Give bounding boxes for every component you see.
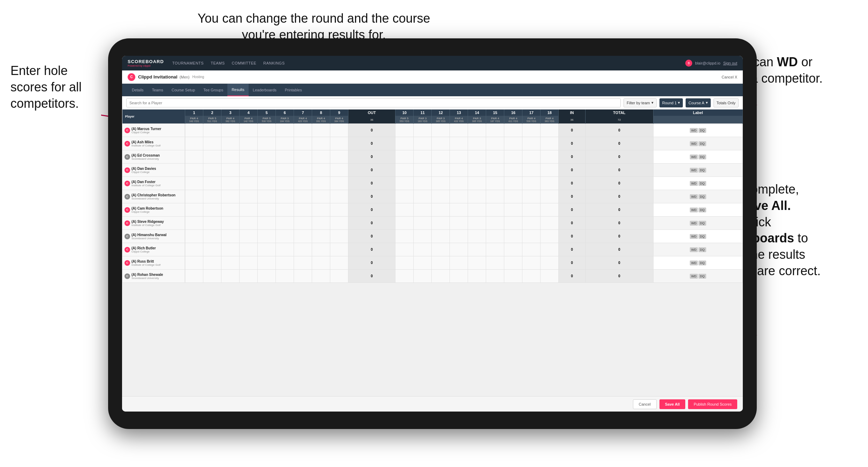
- score-input-hole-16[interactable]: [504, 203, 522, 217]
- score-input-hole-3[interactable]: [221, 150, 240, 164]
- score-input-hole-2[interactable]: [203, 243, 221, 256]
- tab-leaderboards[interactable]: Leaderboards: [249, 84, 281, 96]
- score-input-hole-1[interactable]: [185, 150, 203, 164]
- score-input-hole-1[interactable]: [185, 270, 203, 283]
- dq-button[interactable]: DQ: [699, 128, 706, 133]
- score-input-hole-8[interactable]: [312, 164, 330, 177]
- score-input-hole-10[interactable]: [395, 190, 414, 203]
- score-input-hole-2[interactable]: [203, 190, 221, 203]
- score-input-hole-8[interactable]: [312, 124, 330, 137]
- score-input-hole-2[interactable]: [203, 124, 221, 137]
- score-input-hole-15[interactable]: [486, 256, 504, 270]
- score-input-hole-14[interactable]: [468, 270, 486, 283]
- score-input-hole-8[interactable]: [312, 190, 330, 203]
- score-input-hole-8[interactable]: [312, 177, 330, 190]
- score-input-hole-10[interactable]: [395, 177, 414, 190]
- score-input-hole-7[interactable]: [294, 190, 312, 203]
- wd-button[interactable]: WD: [690, 261, 698, 265]
- dq-button[interactable]: DQ: [699, 168, 706, 173]
- nav-rankings[interactable]: RANKINGS: [263, 61, 285, 65]
- score-input-hole-17[interactable]: [522, 256, 541, 270]
- score-input-hole-18[interactable]: [541, 203, 559, 217]
- score-input-hole-14[interactable]: [468, 124, 486, 137]
- score-input-hole-10[interactable]: [395, 124, 414, 137]
- score-input-hole-7[interactable]: [294, 203, 312, 217]
- score-input-hole-7[interactable]: [294, 150, 312, 164]
- score-input-hole-1[interactable]: [185, 217, 203, 230]
- score-input-hole-6[interactable]: [276, 177, 294, 190]
- score-input-hole-1[interactable]: [185, 243, 203, 256]
- score-input-hole-12[interactable]: [432, 150, 450, 164]
- dq-button[interactable]: DQ: [699, 155, 706, 159]
- score-input-hole-13[interactable]: [450, 270, 468, 283]
- score-input-hole-10[interactable]: [395, 203, 414, 217]
- sign-out-link[interactable]: Sign out: [723, 61, 737, 65]
- score-input-hole-10[interactable]: [395, 270, 414, 283]
- score-input-hole-9[interactable]: [330, 150, 348, 164]
- score-input-hole-12[interactable]: [432, 217, 450, 230]
- score-input-hole-9[interactable]: [330, 190, 348, 203]
- score-input-hole-12[interactable]: [432, 190, 450, 203]
- wd-button[interactable]: WD: [690, 274, 698, 279]
- score-input-hole-14[interactable]: [468, 177, 486, 190]
- score-input-hole-11[interactable]: [414, 203, 432, 217]
- dq-button[interactable]: DQ: [699, 261, 706, 265]
- dq-button[interactable]: DQ: [699, 274, 706, 279]
- score-input-hole-10[interactable]: [395, 164, 414, 177]
- score-input-hole-7[interactable]: [294, 164, 312, 177]
- score-input-hole-12[interactable]: [432, 137, 450, 150]
- tab-printables[interactable]: Printables: [281, 84, 306, 96]
- score-input-hole-9[interactable]: [330, 217, 348, 230]
- score-input-hole-2[interactable]: [203, 150, 221, 164]
- score-input-hole-15[interactable]: [486, 243, 504, 256]
- score-input-hole-17[interactable]: [522, 243, 541, 256]
- score-input-hole-7[interactable]: [294, 243, 312, 256]
- score-input-hole-17[interactable]: [522, 270, 541, 283]
- score-input-hole-2[interactable]: [203, 177, 221, 190]
- score-input-hole-7[interactable]: [294, 230, 312, 243]
- score-input-hole-16[interactable]: [504, 256, 522, 270]
- score-input-hole-17[interactable]: [522, 217, 541, 230]
- score-input-hole-11[interactable]: [414, 137, 432, 150]
- score-input-hole-9[interactable]: [330, 124, 348, 137]
- score-input-hole-3[interactable]: [221, 270, 240, 283]
- score-input-hole-11[interactable]: [414, 124, 432, 137]
- score-input-hole-3[interactable]: [221, 190, 240, 203]
- score-input-hole-5[interactable]: [258, 217, 276, 230]
- nav-committee[interactable]: COMMITTEE: [232, 61, 257, 65]
- score-input-hole-8[interactable]: [312, 150, 330, 164]
- score-input-hole-3[interactable]: [221, 230, 240, 243]
- score-input-hole-8[interactable]: [312, 217, 330, 230]
- score-input-hole-16[interactable]: [504, 270, 522, 283]
- score-input-hole-3[interactable]: [221, 124, 240, 137]
- score-input-hole-15[interactable]: [486, 164, 504, 177]
- score-input-hole-6[interactable]: [276, 270, 294, 283]
- score-input-hole-8[interactable]: [312, 243, 330, 256]
- score-input-hole-3[interactable]: [221, 177, 240, 190]
- score-input-hole-1[interactable]: [185, 164, 203, 177]
- score-input-hole-17[interactable]: [522, 124, 541, 137]
- score-input-hole-15[interactable]: [486, 150, 504, 164]
- score-input-hole-9[interactable]: [330, 230, 348, 243]
- score-input-hole-18[interactable]: [541, 137, 559, 150]
- score-input-hole-18[interactable]: [541, 177, 559, 190]
- score-input-hole-2[interactable]: [203, 217, 221, 230]
- score-input-hole-5[interactable]: [258, 243, 276, 256]
- totals-only-button[interactable]: Totals Only: [714, 98, 739, 107]
- score-input-hole-16[interactable]: [504, 164, 522, 177]
- score-input-hole-9[interactable]: [330, 203, 348, 217]
- score-input-hole-15[interactable]: [486, 177, 504, 190]
- score-input-hole-12[interactable]: [432, 270, 450, 283]
- score-input-hole-17[interactable]: [522, 177, 541, 190]
- score-input-hole-15[interactable]: [486, 217, 504, 230]
- score-input-hole-12[interactable]: [432, 256, 450, 270]
- score-input-hole-14[interactable]: [468, 203, 486, 217]
- score-input-hole-5[interactable]: [258, 177, 276, 190]
- score-input-hole-15[interactable]: [486, 230, 504, 243]
- score-input-hole-8[interactable]: [312, 137, 330, 150]
- score-input-hole-8[interactable]: [312, 270, 330, 283]
- score-input-hole-12[interactable]: [432, 177, 450, 190]
- nav-tournaments[interactable]: TOURNAMENTS: [172, 61, 204, 65]
- score-input-hole-6[interactable]: [276, 230, 294, 243]
- score-input-hole-12[interactable]: [432, 230, 450, 243]
